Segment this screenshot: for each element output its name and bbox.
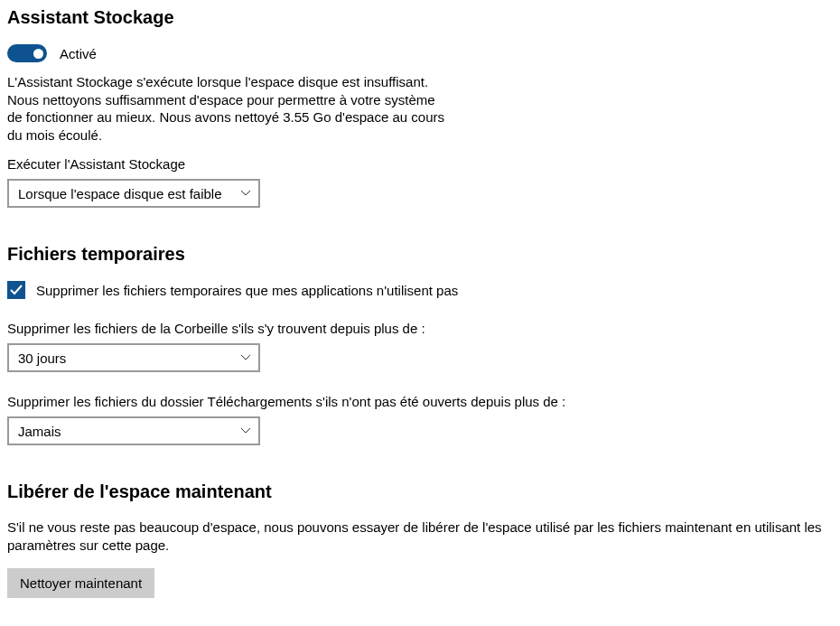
storage-assistant-description: L'Assistant Stockage s'exécute lorsque l… (7, 73, 450, 144)
storage-assistant-toggle-label: Activé (60, 46, 97, 61)
free-space-section: Libérer de l'espace maintenant S'il ne v… (7, 481, 833, 598)
run-assistant-value: Lorsque l'espace disque est faible (18, 186, 222, 201)
chevron-down-icon (240, 352, 251, 363)
temp-files-heading: Fichiers temporaires (7, 244, 833, 265)
downloads-group: Supprimer les fichiers du dossier Téléch… (7, 394, 833, 445)
delete-unused-label: Supprimer les fichiers temporaires que m… (36, 283, 458, 298)
run-assistant-label: Exécuter l'Assistant Stockage (7, 156, 833, 172)
temp-files-section: Fichiers temporaires Supprimer les fichi… (7, 244, 833, 445)
clean-now-button[interactable]: Nettoyer maintenant (7, 568, 154, 598)
recycle-bin-select[interactable]: 30 jours (7, 343, 260, 372)
chevron-down-icon (240, 425, 251, 436)
downloads-select[interactable]: Jamais (7, 416, 260, 445)
free-space-description: S'il ne vous reste pas beaucoup d'espace… (7, 519, 829, 556)
delete-unused-checkbox[interactable] (7, 281, 25, 299)
toggle-knob (33, 49, 43, 59)
recycle-bin-group: Supprimer les fichiers de la Corbeille s… (7, 321, 833, 372)
storage-assistant-toggle[interactable] (7, 44, 47, 62)
delete-unused-row: Supprimer les fichiers temporaires que m… (7, 281, 833, 299)
free-space-heading: Libérer de l'espace maintenant (7, 481, 833, 502)
storage-assistant-heading: Assistant Stockage (7, 7, 833, 28)
recycle-bin-label: Supprimer les fichiers de la Corbeille s… (7, 321, 833, 336)
storage-assistant-section: Assistant Stockage Activé L'Assistant St… (7, 7, 833, 208)
chevron-down-icon (240, 188, 251, 199)
downloads-value: Jamais (18, 424, 61, 439)
storage-assistant-toggle-row: Activé (7, 44, 833, 62)
downloads-label: Supprimer les fichiers du dossier Téléch… (7, 394, 833, 409)
run-assistant-select[interactable]: Lorsque l'espace disque est faible (7, 179, 260, 208)
recycle-bin-value: 30 jours (18, 350, 66, 366)
